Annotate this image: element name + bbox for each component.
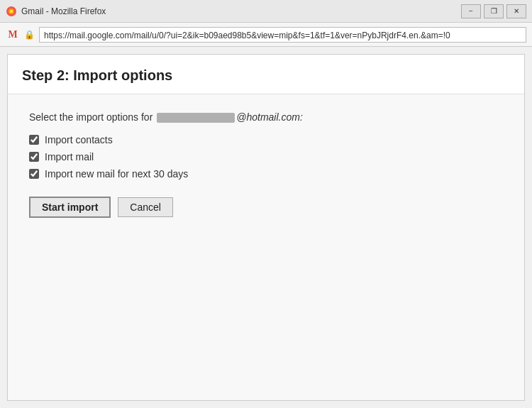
select-options-text: Select the import options for @hotmail.c… (29, 111, 503, 123)
page-content-area: Step 2: Import options Select the import… (7, 54, 525, 401)
list-item: Import mail (29, 151, 503, 162)
favicon: M (6, 28, 20, 42)
list-item: Import new mail for next 30 days (29, 168, 503, 180)
email-domain: @hotmail.com: (236, 111, 303, 123)
minimize-button[interactable]: − (461, 4, 481, 18)
window-title: Gmail - Mozilla Firefox (21, 6, 461, 16)
email-blur (157, 113, 235, 123)
page-header: Step 2: Import options (8, 55, 524, 94)
list-item: Import contacts (29, 134, 503, 145)
import-new-mail-checkbox[interactable] (29, 169, 39, 179)
import-options-list: Import contacts Import mail Import new m… (29, 134, 503, 180)
import-new-mail-label: Import new mail for next 30 days (45, 168, 188, 180)
import-mail-checkbox[interactable] (29, 152, 39, 162)
svg-point-2 (10, 10, 13, 13)
window-controls: − ❒ ✕ (461, 4, 526, 18)
address-bar: M 🔒 https://mail.google.com/mail/u/0/?ui… (0, 23, 532, 47)
button-row: Start import Cancel (29, 197, 503, 218)
title-bar: Gmail - Mozilla Firefox − ❒ ✕ (0, 0, 532, 23)
maximize-button[interactable]: ❒ (484, 4, 504, 18)
cancel-button[interactable]: Cancel (118, 197, 173, 217)
select-text-prefix: Select the import options for (29, 111, 155, 123)
start-import-button[interactable]: Start import (29, 197, 111, 218)
close-button[interactable]: ✕ (506, 4, 526, 18)
gmail-logo-icon: M (8, 29, 17, 40)
page-body: Select the import options for @hotmail.c… (8, 94, 524, 401)
import-mail-label: Import mail (45, 151, 94, 162)
page-title: Step 2: Import options (22, 67, 510, 84)
url-bar[interactable]: https://mail.google.com/mail/u/0/?ui=2&i… (39, 27, 526, 43)
import-contacts-checkbox[interactable] (29, 135, 39, 145)
browser-icon (6, 6, 17, 17)
lock-icon: 🔒 (24, 30, 35, 40)
import-contacts-label: Import contacts (45, 134, 113, 145)
